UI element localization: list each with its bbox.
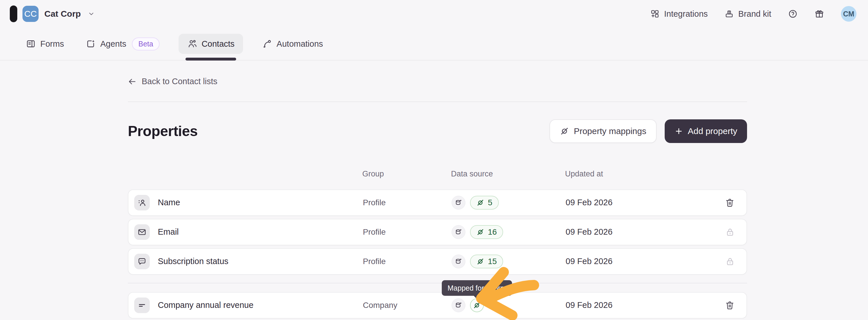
property-label: Email bbox=[158, 227, 179, 237]
short-text-icon bbox=[134, 297, 150, 313]
mapped-forms-badge[interactable] bbox=[470, 298, 484, 312]
chat-bubble-icon bbox=[134, 254, 150, 269]
page-actions: Property mappings Add property bbox=[550, 119, 747, 143]
locked-property-icon bbox=[725, 227, 735, 237]
form-source-icon[interactable] bbox=[452, 225, 465, 239]
property-label: Name bbox=[158, 198, 180, 207]
column-header-data-source: Data source bbox=[451, 170, 565, 178]
add-property-label: Add property bbox=[688, 126, 737, 136]
contacts-icon bbox=[187, 39, 197, 49]
mapping-icon bbox=[476, 257, 485, 265]
column-header-updated-at: Updated at bbox=[565, 170, 709, 178]
email-icon bbox=[134, 224, 150, 240]
workspace-switcher[interactable]: CC Cat Corp bbox=[10, 5, 95, 22]
tab-forms[interactable]: Forms bbox=[23, 34, 67, 54]
tab-automations[interactable]: Automations bbox=[259, 34, 326, 54]
property-mappings-button[interactable]: Property mappings bbox=[550, 119, 657, 143]
back-to-contact-lists-link[interactable]: Back to Contact lists bbox=[128, 77, 217, 86]
mapped-count: 16 bbox=[488, 228, 497, 237]
workspace-name[interactable]: Cat Corp bbox=[44, 9, 81, 19]
updated-at-value: 09 Feb 2026 bbox=[566, 198, 710, 207]
gift-button[interactable] bbox=[814, 9, 824, 19]
tab-automations-label: Automations bbox=[276, 39, 323, 49]
active-tab-indicator bbox=[185, 58, 236, 61]
mapping-icon bbox=[476, 228, 485, 236]
main-tabbar: Forms Agents Beta bbox=[0, 28, 868, 61]
plus-icon bbox=[675, 127, 683, 136]
mapped-count: 5 bbox=[488, 198, 492, 207]
table-row-subscription-status[interactable]: Subscription status Profile bbox=[128, 248, 747, 275]
tab-contacts[interactable]: Contacts bbox=[179, 34, 243, 54]
mapped-count: 15 bbox=[488, 257, 497, 266]
column-header-group: Group bbox=[362, 170, 451, 178]
delete-property-button[interactable] bbox=[724, 300, 735, 311]
agents-icon bbox=[86, 39, 96, 49]
workspace-avatar[interactable]: CC bbox=[23, 6, 39, 22]
arrow-left-icon bbox=[128, 77, 136, 86]
table-row-email[interactable]: Email Profile bbox=[128, 219, 747, 245]
help-icon bbox=[788, 9, 798, 19]
gift-icon bbox=[814, 9, 824, 19]
property-label: Company annual revenue bbox=[158, 300, 253, 310]
form-source-icon[interactable] bbox=[452, 255, 465, 268]
back-link-label: Back to Contact lists bbox=[142, 77, 217, 86]
property-group: Profile bbox=[363, 228, 452, 237]
divider bbox=[128, 101, 747, 102]
brand-kit-icon bbox=[724, 9, 734, 19]
property-group: Profile bbox=[363, 257, 452, 266]
tab-agents-label: Agents bbox=[100, 39, 126, 49]
updated-at-value: 09 Feb 2026 bbox=[566, 300, 710, 310]
form-source-icon[interactable] bbox=[452, 298, 465, 312]
tab-contacts-label: Contacts bbox=[202, 39, 235, 49]
forms-icon bbox=[26, 39, 36, 49]
integrations-label: Integrations bbox=[664, 9, 708, 19]
mapping-icon bbox=[476, 199, 485, 207]
integrations-button[interactable]: Integrations bbox=[650, 9, 708, 19]
user-avatar[interactable]: CM bbox=[841, 6, 857, 22]
integrations-icon bbox=[650, 9, 659, 19]
updated-at-value: 09 Feb 2026 bbox=[566, 257, 710, 266]
add-property-button[interactable]: Add property bbox=[665, 119, 747, 143]
tab-contacts-wrap: Contacts bbox=[179, 34, 243, 54]
tab-forms-label: Forms bbox=[40, 39, 64, 49]
chevron-down-icon[interactable] bbox=[88, 10, 95, 17]
mapped-forms-badge[interactable]: 5 bbox=[470, 196, 499, 210]
delete-property-button[interactable] bbox=[724, 198, 735, 208]
tooltip: Mapped for 1 form bbox=[442, 280, 512, 296]
app-logo[interactable] bbox=[10, 5, 17, 22]
app-window: CC Cat Corp Integrations bbox=[0, 0, 868, 320]
locked-property-icon bbox=[725, 257, 735, 266]
table-row-company-annual-revenue[interactable]: Company annual revenue Company bbox=[128, 292, 747, 319]
brand-kit-button[interactable]: Brand kit bbox=[724, 9, 771, 19]
topbar-actions: Integrations Brand kit bbox=[650, 6, 857, 22]
tooltip-text: Mapped for 1 form bbox=[447, 284, 506, 292]
mapping-icon bbox=[473, 301, 481, 309]
mapped-forms-badge[interactable]: 16 bbox=[470, 225, 503, 239]
brand-kit-label: Brand kit bbox=[738, 9, 771, 19]
updated-at-value: 09 Feb 2026 bbox=[566, 227, 710, 237]
mapping-icon bbox=[560, 126, 569, 136]
mapped-forms-badge[interactable]: 15 bbox=[470, 255, 503, 268]
tab-agents[interactable]: Agents Beta bbox=[83, 32, 162, 56]
contact-person-icon bbox=[134, 195, 150, 210]
table-row-name[interactable]: Name Profile bbox=[128, 190, 747, 216]
automations-icon bbox=[262, 39, 272, 49]
main-content: Back to Contact lists Properties bbox=[0, 61, 868, 319]
topbar: CC Cat Corp Integrations bbox=[0, 0, 868, 28]
group-divider bbox=[128, 283, 747, 283]
properties-table: Name Profile bbox=[128, 190, 747, 319]
beta-badge: Beta bbox=[132, 37, 159, 51]
table-header: Group Data source Updated at bbox=[128, 170, 747, 178]
property-label: Subscription status bbox=[158, 257, 228, 266]
property-group: Company bbox=[363, 301, 452, 310]
page-title: Properties bbox=[128, 123, 197, 140]
form-source-icon[interactable] bbox=[452, 196, 465, 210]
help-button[interactable] bbox=[788, 9, 798, 19]
property-group: Profile bbox=[363, 198, 452, 207]
property-mappings-label: Property mappings bbox=[574, 126, 646, 136]
